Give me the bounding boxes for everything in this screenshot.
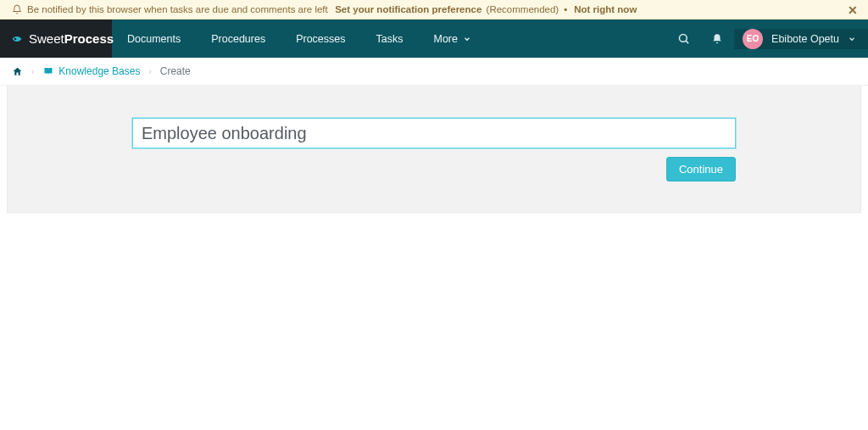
home-icon[interactable] <box>12 66 23 77</box>
notification-message: Be notified by this browser when tasks a… <box>27 4 328 14</box>
breadcrumb: › Knowledge Bases › Create <box>0 58 868 86</box>
user-name: Ebibote Opetu <box>771 33 839 45</box>
breadcrumb-separator: › <box>31 67 34 76</box>
breadcrumb-knowledge-bases[interactable]: Knowledge Bases <box>42 65 140 77</box>
nav-procedures[interactable]: Procedures <box>196 20 281 58</box>
top-nav: SweetProcess Documents Procedures Proces… <box>0 20 868 58</box>
chevron-down-icon <box>463 35 471 43</box>
separator-dot: • <box>564 4 567 14</box>
nav-tasks[interactable]: Tasks <box>361 20 419 58</box>
nav-more[interactable]: More <box>418 20 486 58</box>
notifications-icon[interactable] <box>700 33 734 45</box>
search-icon[interactable] <box>666 32 700 45</box>
set-notification-preference-link[interactable]: Set your notification preference <box>335 4 481 14</box>
nav-items: Documents Procedures Processes Tasks Mor… <box>112 20 666 58</box>
breadcrumb-kb-label: Knowledge Bases <box>58 65 140 77</box>
brand-text-2: Process <box>64 31 114 46</box>
not-right-now-link[interactable]: Not right now <box>574 4 637 14</box>
book-icon <box>42 66 54 76</box>
nav-right: EO Ebibote Opetu <box>666 20 868 58</box>
chevron-down-icon <box>848 35 856 43</box>
svg-point-1 <box>679 35 687 42</box>
breadcrumb-current: Create <box>160 65 191 77</box>
brand-text-1: Sweet <box>29 31 64 46</box>
kb-title-input[interactable] <box>132 118 736 148</box>
brand-logo[interactable]: SweetProcess <box>0 20 112 58</box>
continue-button[interactable]: Continue <box>666 157 736 181</box>
nav-processes[interactable]: Processes <box>281 20 360 58</box>
nav-more-label: More <box>433 33 457 45</box>
content-area: Continue <box>0 86 868 213</box>
notification-bar: Be notified by this browser when tasks a… <box>0 0 868 20</box>
user-menu[interactable]: EO Ebibote Opetu <box>734 29 868 49</box>
bell-icon <box>12 4 22 14</box>
svg-point-0 <box>14 37 17 40</box>
close-icon[interactable]: ✕ <box>848 3 858 17</box>
recommended-label: (Recommended) <box>487 4 559 14</box>
avatar: EO <box>743 29 763 49</box>
create-panel: Continue <box>7 86 861 213</box>
logo-icon <box>10 32 24 46</box>
nav-documents[interactable]: Documents <box>112 20 196 58</box>
breadcrumb-separator: › <box>148 67 151 76</box>
